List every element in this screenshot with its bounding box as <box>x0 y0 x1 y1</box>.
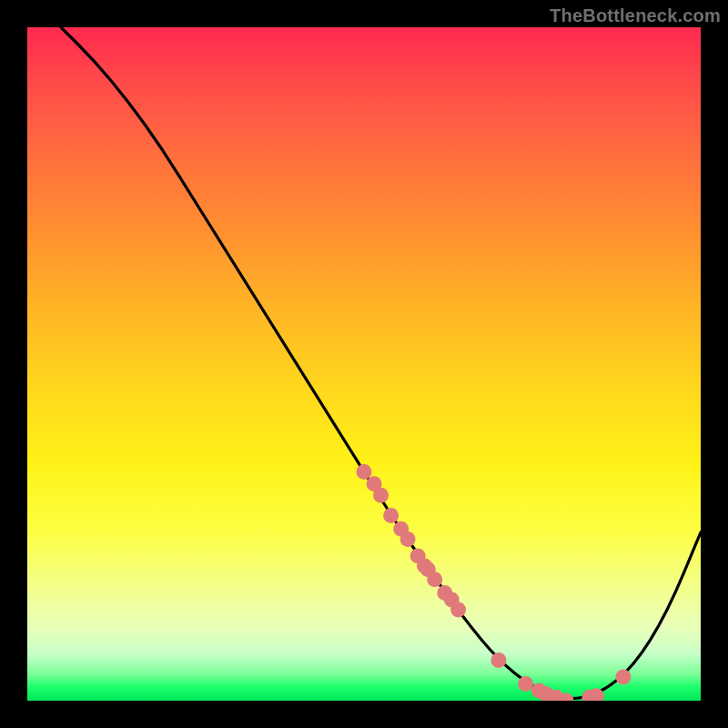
data-point <box>518 676 533 692</box>
data-point-group <box>357 464 632 701</box>
data-point <box>357 464 372 480</box>
data-point <box>383 508 399 523</box>
chart-plot-area <box>27 27 701 701</box>
data-point <box>400 531 416 547</box>
data-point <box>615 670 631 685</box>
data-point <box>373 488 389 503</box>
watermark-text: TheBottleneck.com <box>550 5 721 26</box>
bottleneck-curve <box>61 27 701 699</box>
data-point <box>450 602 466 618</box>
data-point <box>427 571 442 587</box>
data-point <box>491 652 507 668</box>
chart-svg <box>27 27 701 701</box>
